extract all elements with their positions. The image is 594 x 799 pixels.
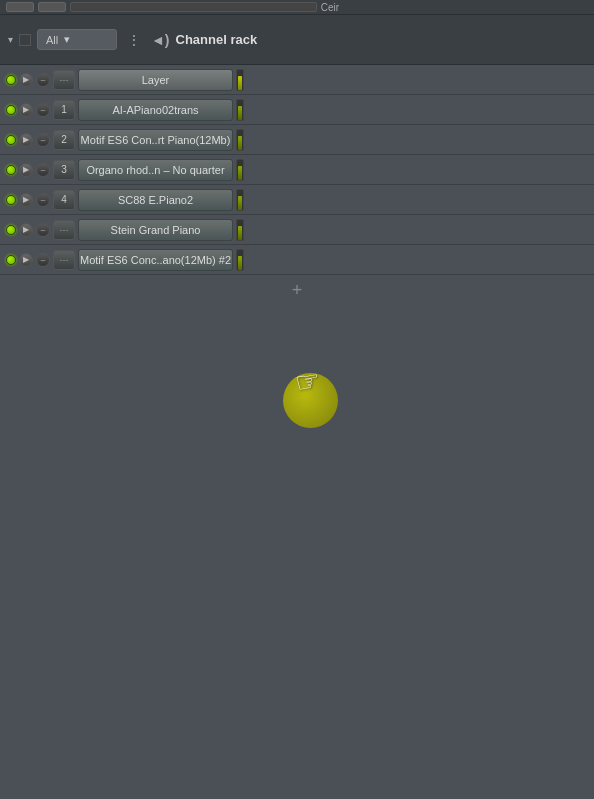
channel-volume-bar[interactable] (236, 219, 244, 241)
stub-input[interactable] (70, 2, 317, 12)
channel-small-btn-1[interactable]: ▶ (19, 193, 33, 207)
channel-name-button[interactable]: Motif ES6 Conc..ano(12Mb) #2 (78, 249, 233, 271)
led-indicator[interactable] (6, 75, 16, 85)
add-channel-button[interactable]: + (0, 275, 594, 305)
menu-dots-icon[interactable]: ⋮ (123, 32, 145, 48)
channel-row: ▶–4SC88 E.Piano2 (0, 185, 594, 215)
speaker-icon: ◄) (151, 32, 170, 48)
led-indicator[interactable] (6, 105, 16, 115)
channel-small-btn-1[interactable]: ▶ (19, 223, 33, 237)
channel-row: ▶–---Stein Grand Piano (0, 215, 594, 245)
channel-small-btn-1[interactable]: ▶ (19, 163, 33, 177)
channel-mute-btn[interactable]: – (36, 73, 50, 87)
channel-volume-bar[interactable] (236, 249, 244, 271)
channel-name-button[interactable]: Motif ES6 Con..rt Piano(12Mb) (78, 129, 233, 151)
stub-label: Ceir (321, 2, 339, 13)
channel-name-button[interactable]: AI-APiano02trans (78, 99, 233, 121)
all-dropdown-arrow: ▾ (64, 33, 70, 46)
channel-rack-title-area: ◄) Channel rack (151, 32, 257, 48)
expand-arrow[interactable]: ▾ (8, 34, 13, 45)
channel-list: ▶–---Layer▶–1AI-APiano02trans▶–2Motif ES… (0, 65, 594, 305)
channel-name-button[interactable]: Stein Grand Piano (78, 219, 233, 241)
led-indicator[interactable] (6, 165, 16, 175)
all-dropdown-label: All (46, 34, 58, 46)
channel-number[interactable]: 1 (53, 100, 75, 120)
channel-small-btn-1[interactable]: ▶ (19, 133, 33, 147)
checkbox[interactable] (19, 34, 31, 46)
channel-rack-header: ▾ All ▾ ⋮ ◄) Channel rack (0, 15, 594, 65)
channel-small-btn-1[interactable]: ▶ (19, 253, 33, 267)
channel-name-button[interactable]: SC88 E.Piano2 (78, 189, 233, 211)
stub-button-2[interactable] (38, 2, 66, 12)
channel-number[interactable]: --- (53, 70, 75, 90)
channel-mute-btn[interactable]: – (36, 163, 50, 177)
channel-number[interactable]: --- (53, 250, 75, 270)
channel-mute-btn[interactable]: – (36, 223, 50, 237)
channel-name-button[interactable]: Layer (78, 69, 233, 91)
channel-row: ▶–---Layer (0, 65, 594, 95)
channel-mute-btn[interactable]: – (36, 103, 50, 117)
channel-small-btn-1[interactable]: ▶ (19, 73, 33, 87)
channel-number[interactable]: 2 (53, 130, 75, 150)
channel-row: ▶–3Organo rhod..n – No quarter (0, 155, 594, 185)
channel-volume-bar[interactable] (236, 189, 244, 211)
top-stub-bar: Ceir (0, 0, 594, 15)
yellow-circle-indicator (283, 373, 338, 428)
channel-name-button[interactable]: Organo rhod..n – No quarter (78, 159, 233, 181)
channel-number[interactable]: 4 (53, 190, 75, 210)
channel-row: ▶–1AI-APiano02trans (0, 95, 594, 125)
channel-number[interactable]: 3 (53, 160, 75, 180)
channel-rack-title-text: Channel rack (176, 32, 258, 47)
led-indicator[interactable] (6, 195, 16, 205)
channel-mute-btn[interactable]: – (36, 253, 50, 267)
led-indicator[interactable] (6, 135, 16, 145)
led-indicator[interactable] (6, 225, 16, 235)
stub-button-1[interactable] (6, 2, 34, 12)
channel-mute-btn[interactable]: – (36, 193, 50, 207)
channel-number[interactable]: --- (53, 220, 75, 240)
channel-volume-bar[interactable] (236, 69, 244, 91)
channel-row: ▶–2Motif ES6 Con..rt Piano(12Mb) (0, 125, 594, 155)
channel-volume-bar[interactable] (236, 129, 244, 151)
empty-area: ☞ (0, 305, 594, 795)
all-dropdown[interactable]: All ▾ (37, 29, 117, 50)
led-indicator[interactable] (6, 255, 16, 265)
channel-row: ▶–---Motif ES6 Conc..ano(12Mb) #2 (0, 245, 594, 275)
channel-volume-bar[interactable] (236, 99, 244, 121)
channel-small-btn-1[interactable]: ▶ (19, 103, 33, 117)
channel-volume-bar[interactable] (236, 159, 244, 181)
channel-mute-btn[interactable]: – (36, 133, 50, 147)
